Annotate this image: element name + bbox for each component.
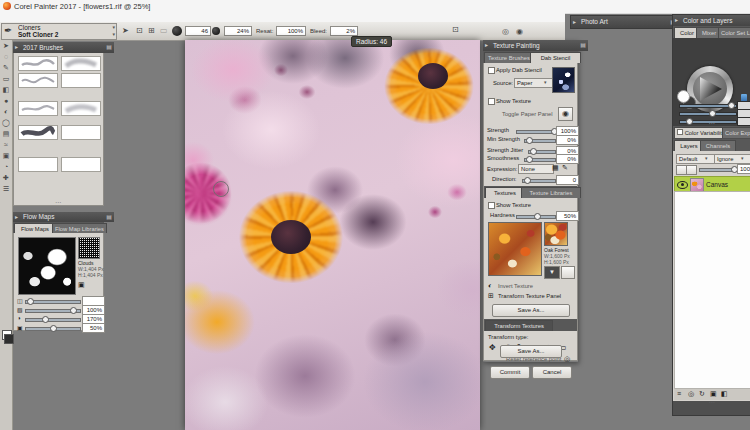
- slider-thumb[interactable]: [42, 316, 49, 323]
- brush-stroke-thumbnail[interactable]: [18, 157, 58, 172]
- commit-button[interactable]: Commit: [490, 366, 530, 379]
- apply-dab-stencil-checkbox[interactable]: [488, 67, 495, 74]
- slider-thumb[interactable]: [526, 156, 533, 163]
- panel-options-icon[interactable]: ▤: [580, 40, 586, 51]
- flow-maps-panel-header[interactable]: ▸ Flow Maps ▤: [13, 212, 114, 222]
- additional-color-swatch[interactable]: [4, 334, 14, 344]
- cancel-button[interactable]: Cancel: [532, 366, 572, 379]
- slider-thumb[interactable]: [524, 177, 531, 184]
- size-value-field[interactable]: 46: [185, 26, 211, 36]
- brushes-panel-header[interactable]: ▸ 2017 Brushes ▤: [13, 42, 114, 53]
- slider-thumb[interactable]: [709, 110, 716, 117]
- show-texture-checkbox[interactable]: [488, 202, 495, 209]
- opacity-value-field[interactable]: 24%: [224, 26, 252, 36]
- hardness-slider[interactable]: [516, 215, 556, 219]
- transform-move-icon[interactable]: ✥: [489, 343, 496, 352]
- flow-slider[interactable]: [25, 318, 81, 322]
- flow-map-thumbnail[interactable]: [78, 237, 100, 259]
- tab-dab-stencil[interactable]: Dab Stencil: [530, 52, 581, 63]
- layer-link-icon[interactable]: [686, 165, 697, 175]
- brush-stroke-thumbnail[interactable]: [61, 157, 101, 172]
- tab-channels[interactable]: Channels: [700, 140, 736, 151]
- main-color-swatch[interactable]: [677, 90, 690, 103]
- expression-dropdown[interactable]: None: [518, 164, 554, 174]
- tab-flow-maps[interactable]: Flow Maps: [14, 223, 56, 233]
- tool-icon[interactable]: ✚: [0, 172, 12, 183]
- smoothness-value[interactable]: 0%: [556, 154, 579, 164]
- panel-resize-handle[interactable]: ⋯: [673, 398, 750, 405]
- slider-thumb[interactable]: [50, 325, 57, 332]
- panel-options-icon[interactable]: ▤: [106, 42, 112, 53]
- brush-variant-label[interactable]: Soft Cloner 2: [18, 31, 110, 38]
- texture-preview[interactable]: [488, 222, 542, 276]
- strength-slider[interactable]: [516, 130, 556, 134]
- panel-resize-handle[interactable]: ⋯: [673, 119, 750, 126]
- layer-mask-icon[interactable]: ◧: [721, 390, 728, 398]
- paper-ring-icon[interactable]: ◎: [502, 27, 509, 36]
- bleed-value-field[interactable]: 2%: [330, 26, 358, 36]
- tab-texture-libraries[interactable]: Texture Libraries: [521, 187, 581, 198]
- panel-resize-handle[interactable]: ⋯: [14, 198, 103, 205]
- expression-panel-icon[interactable]: ▦: [552, 164, 559, 172]
- texture-down-arrow-button[interactable]: ▼: [544, 266, 560, 279]
- collapse-arrow-icon[interactable]: ▸: [15, 212, 18, 222]
- tool-icon[interactable]: ◯: [0, 117, 12, 128]
- photo-art-panel-header[interactable]: ▸ Photo Art ▤: [570, 15, 679, 29]
- reset-reference-target-icon[interactable]: ◎: [564, 355, 570, 363]
- tab-flow-map-libraries[interactable]: Flow Map Libraries: [52, 223, 107, 233]
- dock-header[interactable]: ▸ Color and Layers: [673, 15, 750, 26]
- texture-save-as-button[interactable]: Save As...: [492, 304, 570, 317]
- brush-stroke-thumbnail[interactable]: [18, 56, 58, 71]
- opacity-icon[interactable]: [212, 27, 220, 35]
- brush-stroke-thumbnail[interactable]: [18, 101, 58, 116]
- brush-selector[interactable]: ✒ Cloners ▾ Soft Cloner 2 ▾: [1, 23, 117, 40]
- tab-texture-brushes[interactable]: Texture Brushes: [484, 52, 534, 63]
- tool-icon[interactable]: ➤: [0, 40, 12, 51]
- texture-swap-button[interactable]: [561, 266, 575, 279]
- slider-thumb[interactable]: [27, 298, 34, 305]
- resat-value-field[interactable]: 100%: [276, 26, 306, 36]
- brush-size-icon[interactable]: [172, 26, 182, 36]
- texture-thumbnail[interactable]: [544, 222, 568, 246]
- hue-slider[interactable]: [679, 104, 737, 108]
- collapse-arrow-icon[interactable]: ▸: [675, 15, 678, 26]
- slider-thumb[interactable]: [728, 102, 735, 109]
- brush-stroke-thumbnail[interactable]: [18, 125, 58, 140]
- collapse-arrow-icon[interactable]: ▸: [15, 42, 18, 53]
- tool-icon[interactable]: ◧: [0, 84, 12, 95]
- panel-options-icon[interactable]: ▤: [106, 212, 112, 222]
- slider-thumb[interactable]: [70, 307, 77, 314]
- tool-icon[interactable]: ●: [0, 95, 12, 106]
- strength-jitter-slider[interactable]: [528, 150, 556, 154]
- expand-arrow-icon[interactable]: ▸: [573, 16, 576, 28]
- layer-opacity-value[interactable]: 100%: [737, 164, 750, 174]
- chevron-down-icon[interactable]: ▾: [112, 31, 115, 37]
- invert-texture-icon[interactable]: ◐: [488, 282, 492, 289]
- flow-slider[interactable]: [25, 300, 81, 304]
- slider-thumb[interactable]: [534, 213, 541, 220]
- expression-edit-icon[interactable]: ✎: [562, 164, 568, 172]
- layer-command-magnify-icon[interactable]: ◎: [688, 390, 694, 398]
- clone-transform-icon[interactable]: ⊞: [148, 26, 155, 35]
- tool-icon[interactable]: ◐: [0, 106, 12, 117]
- show-texture-checkbox[interactable]: [488, 98, 495, 105]
- flow-slider[interactable]: [25, 309, 81, 313]
- brush-category-label[interactable]: Cloners: [18, 24, 110, 31]
- tab-transform-textures[interactable]: Transform Textures: [485, 320, 553, 331]
- layer-list-empty-area[interactable]: [674, 191, 750, 389]
- slider-thumb[interactable]: [530, 148, 537, 155]
- collapse-arrow-icon[interactable]: ▸: [485, 40, 488, 51]
- brush-stroke-thumbnail[interactable]: [61, 73, 101, 88]
- tool-icon[interactable]: ◌: [0, 51, 12, 62]
- color-variability-checkbox[interactable]: [677, 129, 683, 135]
- smoothness-slider[interactable]: [524, 158, 556, 162]
- direction-slider[interactable]: [522, 179, 556, 183]
- direction-value[interactable]: 0: [556, 175, 579, 185]
- transform-texture-panel-icon[interactable]: ⊞: [488, 292, 494, 300]
- tool-icon[interactable]: ▭: [0, 73, 12, 84]
- brush-stroke-thumbnail[interactable]: [61, 125, 101, 140]
- flow-slider[interactable]: [25, 327, 81, 331]
- saturation-slider[interactable]: [679, 112, 737, 116]
- tool-icon[interactable]: ▤: [0, 128, 12, 139]
- tool-icon[interactable]: ✎: [0, 62, 12, 73]
